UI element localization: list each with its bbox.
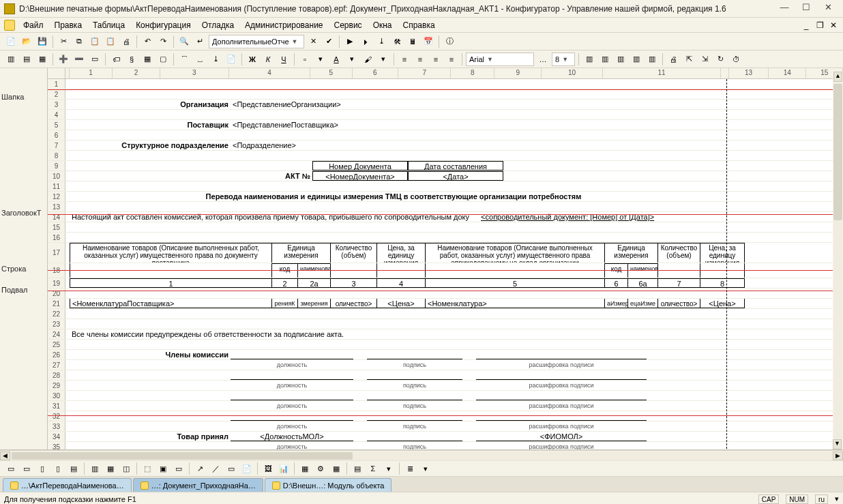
bb-3-icon[interactable]: ▯ [35, 462, 49, 475]
text-color-dropdown-icon[interactable]: ▾ [345, 53, 359, 66]
redo-icon[interactable]: ↷ [156, 35, 170, 48]
bb-6-icon[interactable]: ▥ [88, 462, 102, 475]
open-icon[interactable]: 📂 [20, 35, 33, 48]
delete-row-icon[interactable]: ➖ [72, 53, 86, 66]
menu-file[interactable]: Файл [18, 19, 49, 31]
cell-unit-name-l[interactable]: змерения [297, 299, 330, 308]
horizontal-scrollbar[interactable]: ◀ ▶ [0, 450, 843, 460]
paste-special-icon[interactable]: 📋 [104, 35, 117, 48]
vertical-scrollbar[interactable]: ▲ ▼ [833, 72, 843, 449]
scroll-thumb-h[interactable] [12, 452, 353, 460]
bb-props-icon[interactable]: ⚙ [314, 462, 327, 475]
col-header[interactable]: 2 [113, 68, 160, 78]
calc-icon[interactable]: 🖩 [406, 35, 419, 48]
bb-9-icon[interactable]: ⬚ [140, 462, 154, 475]
tpl-5-icon[interactable]: ▥ [645, 53, 659, 66]
syntax-check-icon[interactable]: ✔ [322, 35, 336, 48]
bb-2-icon[interactable]: ▭ [20, 462, 33, 475]
bb-4-icon[interactable]: ▯ [51, 462, 65, 475]
save-icon[interactable]: 💾 [35, 35, 49, 48]
border-none-icon[interactable]: ▫ [298, 53, 312, 66]
bb-sum-icon[interactable]: Σ [366, 462, 380, 475]
window-minimize-button[interactable]: — [773, 2, 795, 16]
cell-price-l[interactable]: <Цена> [376, 299, 426, 308]
debug-start-icon[interactable]: ⏵ [359, 35, 372, 48]
merge-icon[interactable]: ▦ [35, 53, 49, 66]
bb-10-icon[interactable]: ▣ [156, 462, 170, 475]
value-doc-date[interactable]: <Дата> [408, 171, 503, 181]
bb-8-icon[interactable]: ◫ [119, 462, 133, 475]
bb-5-icon[interactable]: ▤ [67, 462, 80, 475]
value-organization[interactable]: <ПредставлениеОрганизации> [231, 100, 572, 109]
mdi-minimize-button[interactable]: _ [801, 20, 812, 31]
bb-line-icon[interactable]: ／ [209, 462, 222, 475]
align-left-icon[interactable]: ≡ [398, 53, 411, 66]
mdi-close-button[interactable]: ✕ [828, 20, 839, 31]
cell-format-icon[interactable]: ▭ [88, 53, 102, 66]
window-maximize-button[interactable]: ☐ [795, 2, 817, 16]
find-icon[interactable]: 🔍 [177, 35, 191, 48]
calendar-icon[interactable]: 📅 [422, 35, 435, 48]
scroll-up-icon[interactable]: ▲ [833, 72, 842, 82]
grid-icon[interactable]: ▦ [140, 53, 154, 66]
borders-icon[interactable]: ▢ [156, 53, 170, 66]
border-dropdown-icon[interactable]: ▾ [314, 53, 327, 66]
debug-tools-icon[interactable]: 🛠 [390, 35, 404, 48]
refresh-icon[interactable]: ↻ [713, 53, 727, 66]
section-podval[interactable]: Подвал [1, 286, 27, 294]
col-header[interactable]: 7 [398, 68, 451, 78]
page-break-icon[interactable]: ⤓ [209, 53, 222, 66]
clear-search-icon[interactable]: ✕ [306, 35, 320, 48]
cell-unit-code-l[interactable]: ренияК [271, 299, 297, 308]
bb-chart-icon[interactable]: 📊 [277, 462, 291, 475]
section-shapka[interactable]: Шапка [1, 93, 24, 101]
bb-arrow-icon[interactable]: ↗ [193, 462, 207, 475]
cell-unit-code-r[interactable]: аИзмер [604, 299, 627, 308]
tab-file-3[interactable]: D:\Внешн…: Модуль объекта [265, 478, 392, 492]
scroll-left-icon[interactable]: ◀ [0, 451, 10, 460]
col-header[interactable]: 1 [70, 68, 113, 78]
col-header[interactable]: 9 [494, 68, 542, 78]
bb-pivot-icon[interactable]: ▤ [351, 462, 364, 475]
mdi-restore-button[interactable]: ❐ [814, 20, 825, 31]
cell-unit-name-r[interactable]: ецаИзме [627, 299, 657, 308]
print-icon[interactable]: 🖨 [119, 35, 133, 48]
bb-page-icon[interactable]: 📄 [240, 462, 254, 475]
section-zagolovok[interactable]: ЗаголовокТ [1, 209, 41, 217]
menu-windows[interactable]: Окна [368, 19, 398, 31]
value-doc-no[interactable]: <НомерДокумента> [312, 171, 408, 181]
tpl-4-icon[interactable]: ▥ [630, 53, 643, 66]
page-footer-icon[interactable]: ⎵ [193, 53, 207, 66]
insert-row-icon[interactable]: ➕ [57, 53, 70, 66]
undo-icon[interactable]: ↶ [140, 35, 154, 48]
bb-group-icon[interactable]: ▦ [329, 462, 343, 475]
bb-pict-icon[interactable]: 🖼 [261, 462, 275, 475]
col-header[interactable] [721, 68, 729, 78]
col-header[interactable]: 14 [769, 68, 807, 78]
menu-table[interactable]: Таблица [87, 19, 130, 31]
sheet[interactable]: 1 2 3 4 5 6 7 8 9 10 11 13 14 15 1 2 3 О… [48, 68, 843, 449]
col-header[interactable]: 3 [160, 68, 229, 78]
cell-nom[interactable]: <Номенклатура> [426, 299, 604, 308]
tpl-3-icon[interactable]: ▥ [614, 53, 627, 66]
bold-button[interactable]: Ж [246, 53, 259, 66]
bb-rect-icon[interactable]: ▭ [224, 462, 238, 475]
col-header[interactable]: 4 [229, 68, 310, 78]
menu-service[interactable]: Сервис [329, 19, 368, 31]
mol-pos[interactable]: <ДолжностьМОЛ> [231, 432, 353, 441]
value-dept[interactable]: <Подразделение> [231, 140, 572, 150]
fill-color-dropdown-icon[interactable]: ▾ [376, 53, 390, 66]
bb-11-icon[interactable]: ▭ [172, 462, 186, 475]
import-icon[interactable]: ⇲ [698, 53, 711, 66]
text-color-icon[interactable]: A [329, 53, 343, 66]
cell-sup-nom[interactable]: <НоменклатураПоставщика> [70, 299, 271, 308]
window-close-button[interactable]: ✕ [817, 2, 839, 16]
cell-price-r[interactable]: <Цена> [700, 299, 745, 308]
status-lang[interactable]: ru [815, 494, 828, 504]
col-header[interactable]: 13 [729, 68, 769, 78]
named-area-icon[interactable]: 🏷 [109, 53, 123, 66]
col-header[interactable]: 6 [353, 68, 398, 78]
mol-name[interactable]: <ФИОМОЛ> [476, 432, 647, 441]
export-icon[interactable]: ⇱ [682, 53, 696, 66]
timer-icon[interactable]: ⏱ [729, 53, 743, 66]
